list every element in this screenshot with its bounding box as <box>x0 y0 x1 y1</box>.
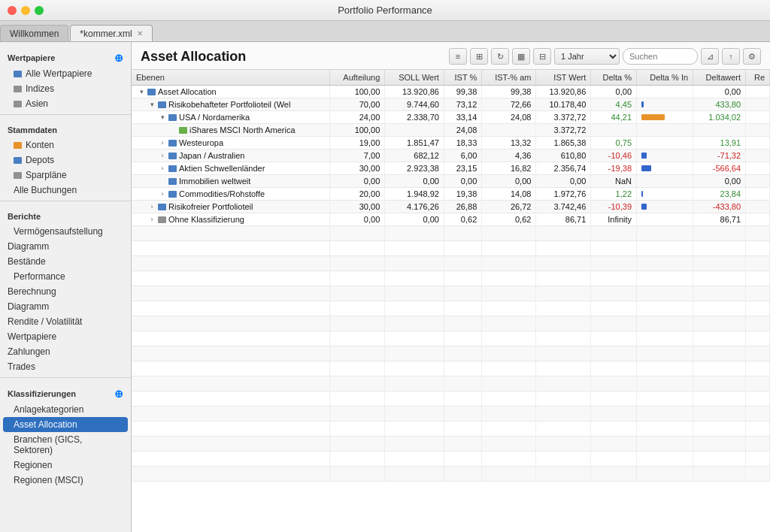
maximize-button[interactable] <box>35 6 44 15</box>
sidebar-item-trades[interactable]: Trades <box>3 359 128 374</box>
cell-delta-pct: -10,39 <box>591 201 637 213</box>
sidebar-item-anlagekategorien[interactable]: Anlagekategorien <box>3 402 128 417</box>
table-row[interactable]: ▾USA / Nordamerika24,002.338,7033,1424,0… <box>132 111 770 124</box>
expand-icon[interactable]: › <box>148 216 156 223</box>
table-row[interactable]: ›Commodities/Rohstoffe20,001.948,9219,38… <box>132 188 770 201</box>
sidebar-item-regionen[interactable]: Regionen <box>3 458 128 473</box>
sidebar-item-berechnung[interactable]: Berechnung <box>3 284 128 299</box>
sidebar-item-sparplane[interactable]: Sparpläne <box>3 168 128 183</box>
image-view-button[interactable]: ⊞ <box>470 48 488 65</box>
sidebar-item-bestande[interactable]: Bestände <box>3 254 128 269</box>
empty-cell <box>536 256 591 271</box>
cell-deltawert: 0,00 <box>693 175 746 188</box>
minimize-button[interactable] <box>21 6 30 15</box>
add-wertpapier-button[interactable]: ⊕ <box>114 53 123 63</box>
empty-cell <box>482 376 536 391</box>
divider <box>0 201 131 201</box>
period-select[interactable]: 1 Jahr 1 Monat 3 Jahre 5 Jahre Seit Begi… <box>554 48 620 65</box>
empty-cell <box>444 346 481 361</box>
table-row[interactable]: iShares MSCI North America100,0024,083.3… <box>132 124 770 137</box>
expand-icon[interactable]: › <box>159 190 166 198</box>
table-row[interactable]: ›Japan / Australien7,00682,126,004,36610… <box>132 150 770 162</box>
empty-cell <box>385 361 444 376</box>
close-button[interactable] <box>8 6 17 15</box>
settings-button[interactable]: ⚙ <box>743 48 761 65</box>
sidebar-item-alle-wertpapiere[interactable]: Alle Wertpapiere <box>3 66 128 81</box>
tab-kommer[interactable]: *kommer.xml ✕ <box>70 25 152 41</box>
cell-ist-pct: 24,08 <box>444 124 481 137</box>
table-row[interactable]: ▾Asset Allocation100,0013.920,8699,3899,… <box>132 86 770 98</box>
cell-label: ▾Asset Allocation <box>132 86 330 98</box>
cell-aufteilung: 0,00 <box>330 175 385 188</box>
filter-button[interactable]: ⊿ <box>701 48 719 65</box>
empty-cell <box>746 286 770 301</box>
cell-re <box>746 137 770 150</box>
expand-icon[interactable]: ▾ <box>148 101 156 108</box>
table-row[interactable]: ›Westeuropa19,001.851,4718,3313,321.865,… <box>132 137 770 150</box>
refresh-button[interactable]: ↻ <box>491 48 509 65</box>
empty-row <box>132 256 770 271</box>
tab-willkommen[interactable]: Willkommen <box>0 25 68 41</box>
chart-button[interactable]: ⊟ <box>533 48 551 65</box>
sidebar-item-alle-buchungen[interactable]: Alle Buchungen <box>3 183 128 198</box>
empty-cell <box>132 391 330 407</box>
sidebar-item-performance[interactable]: Performance <box>3 269 128 284</box>
sidebar-item-rendite[interactable]: Rendite / Volatilität <box>3 314 128 329</box>
empty-cell <box>536 467 591 482</box>
empty-row <box>132 346 770 361</box>
sidebar-item-diagramm1[interactable]: Diagramm <box>3 239 128 254</box>
sidebar-item-zahlungen[interactable]: Zahlungen <box>3 344 128 359</box>
empty-cell <box>637 226 693 241</box>
cell-delta-pct: 1,22 <box>591 188 637 201</box>
empty-cell <box>132 346 330 361</box>
expand-icon[interactable]: › <box>159 139 166 147</box>
export-button[interactable]: ↑ <box>722 48 740 65</box>
empty-cell <box>385 241 444 256</box>
expand-icon[interactable]: › <box>148 203 156 210</box>
tab-close-icon[interactable]: ✕ <box>137 29 143 38</box>
sidebar-item-asset-allocation[interactable]: Asset Allocation <box>3 417 128 432</box>
empty-cell <box>693 346 746 361</box>
sidebar-item-vermogensaufstellung[interactable]: Vermögensaufstellung <box>3 224 128 239</box>
empty-cell <box>482 346 536 361</box>
content-header: Asset Allocation ≡ ⊞ ↻ ▦ ⊟ 1 Jahr 1 Mona… <box>132 42 770 70</box>
sidebar-item-konten[interactable]: Konten <box>3 138 128 153</box>
list-view-button[interactable]: ≡ <box>449 48 467 65</box>
empty-cell <box>482 452 536 467</box>
table-row[interactable]: ›Aktien Schwellenländer30,002.923,3823,1… <box>132 162 770 175</box>
empty-cell <box>591 467 637 482</box>
empty-cell <box>385 437 444 452</box>
search-input[interactable] <box>623 48 698 65</box>
expand-icon[interactable]: ▾ <box>159 113 166 121</box>
expand-icon[interactable]: › <box>159 152 166 159</box>
table-row[interactable]: Immobilien weltweit0,000,000,000,000,00N… <box>132 175 770 188</box>
cell-delta-bar <box>637 162 693 175</box>
empty-row <box>132 301 770 316</box>
sidebar-item-branchen[interactable]: Branchen (GICS, Sektoren) <box>3 432 128 458</box>
sidebar-item-depots[interactable]: Depots <box>3 153 128 168</box>
col-soll-wert: SOLL Wert <box>385 70 444 86</box>
cell-delta-bar <box>637 98 693 111</box>
expand-icon[interactable]: ▾ <box>138 88 145 95</box>
cell-delta-bar <box>637 188 693 201</box>
empty-cell <box>132 422 330 437</box>
cell-ist-pct: 6,00 <box>444 150 481 162</box>
table-row[interactable]: ▾Risikobehafteter Portfolioteil (Wel70,0… <box>132 98 770 111</box>
empty-cell <box>693 331 746 346</box>
sidebar-item-indizes[interactable]: Indizes <box>3 81 128 96</box>
sidebar-item-regionen-msci[interactable]: Regionen (MSCI) <box>3 473 128 488</box>
table-row[interactable]: ›Risikofreier Portfolioteil30,004.176,26… <box>132 201 770 213</box>
sidebar-item-asien[interactable]: Asien <box>3 96 128 111</box>
expand-icon[interactable]: › <box>159 165 166 172</box>
cell-label: Immobilien weltweit <box>132 175 330 188</box>
add-klassifizierung-button[interactable]: ⊕ <box>114 388 123 399</box>
cell-delta-pct: Infinity <box>591 213 637 226</box>
sidebar-item-diagramm2[interactable]: Diagramm <box>3 299 128 314</box>
table-row[interactable]: ›Ohne Klassifizierung0,000,000,620,6286,… <box>132 213 770 226</box>
empty-cell <box>385 226 444 241</box>
sidebar-item-wertpapiere[interactable]: Wertpapiere <box>3 329 128 344</box>
empty-cell <box>746 376 770 391</box>
cell-ist-pct: 73,12 <box>444 98 481 111</box>
grid-button[interactable]: ▦ <box>512 48 530 65</box>
empty-cell <box>693 256 746 271</box>
